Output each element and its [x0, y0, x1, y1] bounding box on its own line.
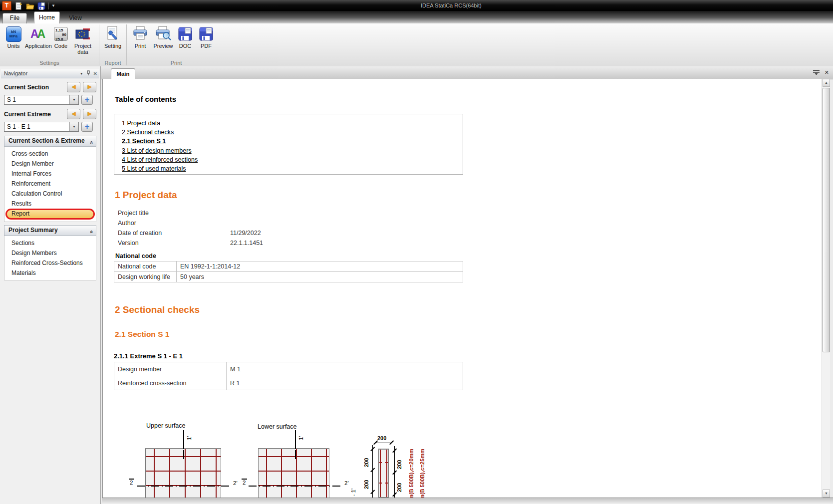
dimension-label: 200	[363, 480, 369, 489]
toc-link-reinforced-sections[interactable]: 4 List of reinforced sections	[122, 156, 463, 163]
pdf-export-button[interactable]: PDF	[196, 24, 217, 49]
national-code-table: National code EN 1992-1-1:2014-12 Design…	[114, 261, 463, 282]
nav-item-cross-section[interactable]: Cross-section	[5, 149, 95, 159]
panel-menu-icon[interactable]: ▼	[80, 70, 83, 78]
report-setting-button[interactable]: Setting	[101, 24, 124, 49]
app-logo-icon[interactable]: T	[2, 1, 11, 10]
nav-item-reinforcement[interactable]: Reinforcement	[5, 179, 95, 189]
scroll-up-icon[interactable]: ▲	[823, 79, 830, 87]
table-row: Design member M 1	[114, 362, 463, 376]
previous-section-button[interactable]: ◀	[67, 82, 80, 92]
reinforcement-figure: Upper surface Lower surface 1' 1' 2 2'	[103, 394, 652, 498]
vertical-scrollbar[interactable]: ▲ ▼	[822, 79, 830, 498]
tab-home[interactable]: Home	[34, 11, 60, 24]
group-header-current-section-extreme[interactable]: Current Section & Extreme «	[4, 136, 96, 147]
nav-item-report[interactable]: Report	[5, 209, 95, 220]
tab-view[interactable]: View	[69, 14, 82, 21]
field-label: Date of creation	[118, 230, 162, 237]
chevron-down-icon[interactable]: ▼	[69, 95, 78, 104]
doc-export-button[interactable]: DOC	[175, 24, 196, 49]
current-section-value: S 1	[4, 95, 69, 104]
add-extreme-button[interactable]: +	[81, 122, 93, 132]
lower-surface-slab	[258, 448, 329, 498]
section-marker: 1'	[298, 436, 304, 440]
horizontal-scrollbar[interactable]	[102, 498, 833, 503]
preview-button[interactable]: Preview	[152, 24, 175, 49]
toc-link-design-members[interactable]: 3 List of design members	[122, 147, 463, 154]
section-marker: 2	[130, 480, 133, 486]
toc-link-project-data[interactable]: 1 Project data	[122, 120, 463, 127]
nav-item-design-members[interactable]: Design Members	[5, 248, 95, 258]
nav-item-materials[interactable]: Materials	[5, 268, 95, 278]
nav-item-internal-forces[interactable]: Internal Forces	[5, 169, 95, 179]
next-extreme-button[interactable]: ▶	[83, 109, 96, 119]
nav-item-sections[interactable]: Sections	[5, 238, 95, 248]
tab-list-icon[interactable]	[813, 70, 820, 76]
report-page: Table of contents 1 Project data 2 Secti…	[102, 79, 823, 498]
project-data-button[interactable]: Project data	[71, 24, 95, 55]
table-cell-value: R 1	[227, 376, 463, 390]
heading-sectional-checks: 2 Sectional checks	[115, 304, 200, 315]
toc-link-sectional-checks[interactable]: 2 Sectional checks	[122, 129, 463, 136]
heading-extreme: 2.1.1 Extreme S 1 - E 1	[114, 352, 183, 360]
code-button[interactable]: 1,159025.8 Code	[51, 24, 71, 49]
dimension-line	[372, 445, 373, 498]
document-tab-strip: Main ✕	[101, 66, 833, 79]
table-cell-label: Design member	[114, 362, 227, 376]
group-label-report: Report	[99, 60, 126, 66]
navigator-list: Cross-section Design Member Internal For…	[4, 147, 96, 222]
section-line-1	[183, 450, 184, 459]
add-section-button[interactable]: +	[81, 95, 93, 105]
rebar-note: /m(B 500B),c=20mm	[408, 449, 414, 498]
current-extreme-label: Current Extreme	[4, 111, 51, 118]
national-code-subheading: National code	[115, 252, 156, 259]
tab-file[interactable]: File	[2, 13, 27, 23]
nav-item-results[interactable]: Results	[5, 199, 95, 209]
previous-extreme-button[interactable]: ◀	[67, 109, 80, 119]
lower-surface-label: Lower surface	[258, 423, 297, 430]
collapse-chevron-icon[interactable]: «	[86, 141, 96, 144]
nav-item-reinforced-cross-sections[interactable]: Reinforced Cross-Sections	[5, 258, 95, 268]
pin-icon[interactable]	[86, 70, 90, 78]
units-button[interactable]: kNMPa Units	[2, 24, 25, 49]
print-button[interactable]: Print	[129, 24, 152, 49]
dimension-label: 200	[396, 460, 402, 469]
dimension-label: 200	[363, 458, 369, 467]
field-row: Date of creation 11/29/2022	[118, 230, 467, 237]
toc-link-section-s1[interactable]: 2.1 Section S 1	[122, 138, 463, 145]
current-section-select[interactable]: S 1 ▼	[4, 95, 79, 105]
current-extreme-value: S 1 - E 1	[4, 122, 69, 131]
section-line-1	[295, 430, 296, 449]
nav-item-calculation-control[interactable]: Calculation Control	[5, 189, 95, 199]
section-line-1	[183, 430, 184, 449]
print-icon	[132, 25, 149, 42]
section-marker: 2'	[344, 480, 349, 486]
chevron-down-icon[interactable]: ▼	[69, 122, 78, 131]
save-icon[interactable]	[37, 1, 46, 10]
group-label-print: Print	[127, 60, 226, 66]
toc-link-used-materials[interactable]: 5 List of used materials	[122, 165, 463, 172]
next-section-button[interactable]: ▶	[83, 82, 96, 92]
section-line-1	[295, 450, 296, 459]
tab-main[interactable]: Main	[111, 68, 135, 79]
units-icon: kNMPa	[6, 26, 21, 42]
quick-access-toolbar: T ▼	[2, 1, 55, 10]
heading-section-s1: 2.1 Section S 1	[115, 330, 169, 339]
group-label-settings: Settings	[0, 60, 99, 66]
new-document-icon[interactable]	[14, 1, 23, 10]
application-button[interactable]: AA Application	[25, 24, 51, 49]
field-label: Project title	[118, 210, 149, 217]
toolbar-separator	[48, 2, 49, 9]
current-extreme-select[interactable]: S 1 - E 1 ▼	[4, 122, 79, 132]
nav-item-design-member[interactable]: Design Member	[5, 159, 95, 169]
navigator-title: Navigator	[4, 70, 27, 76]
close-icon[interactable]: ✕	[93, 70, 97, 78]
toolbar-customize-icon[interactable]: ▼	[51, 4, 55, 8]
scrollbar-thumb[interactable]	[823, 88, 830, 352]
field-value: 11/29/2022	[230, 230, 261, 237]
collapse-chevron-icon[interactable]: «	[86, 230, 96, 233]
group-header-project-summary[interactable]: Project Summary «	[4, 225, 96, 236]
open-folder-icon[interactable]	[25, 1, 34, 10]
close-icon[interactable]: ✕	[825, 69, 829, 76]
scroll-down-icon[interactable]: ▼	[823, 490, 830, 498]
